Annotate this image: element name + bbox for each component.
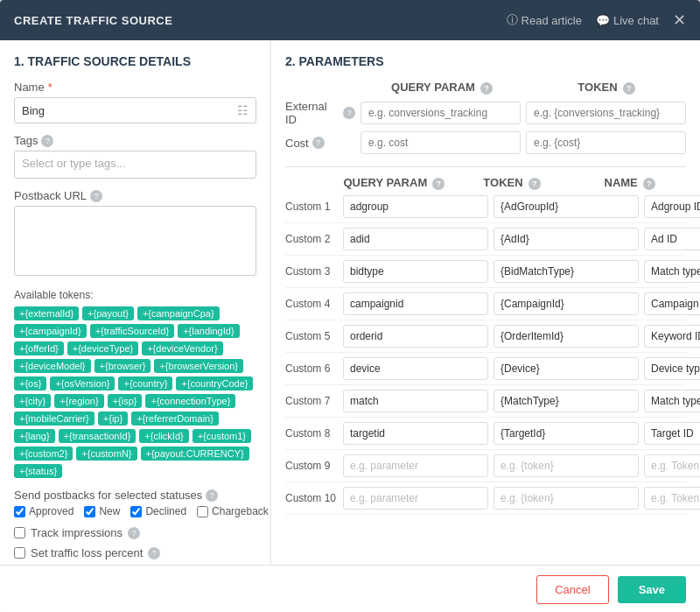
custom-token-input[interactable]	[494, 325, 639, 348]
token-badge[interactable]: +{browser}	[94, 359, 151, 373]
custom-name-input[interactable]	[644, 454, 700, 477]
token-badge[interactable]: +{countryCode}	[176, 376, 253, 390]
token-badge[interactable]: +{country}	[118, 376, 172, 390]
track-impressions-help-icon[interactable]: ?	[128, 527, 140, 539]
custom-token-input[interactable]	[494, 390, 639, 412]
custom-token-input[interactable]	[494, 292, 639, 315]
custom-qp-input[interactable]	[343, 357, 488, 380]
cancel-button[interactable]: Cancel	[536, 575, 608, 604]
custom-name-input[interactable]	[644, 422, 700, 445]
postback-url-label: Postback URL ?	[14, 189, 256, 202]
tokens-list: +{externalId}+{payout}+{campaignCpa}+{ca…	[14, 306, 256, 478]
close-button[interactable]: ✕	[673, 11, 686, 30]
external-id-token-input[interactable]	[526, 102, 686, 124]
token-badge[interactable]: +{deviceModel}	[14, 359, 91, 373]
token-badge[interactable]: +{deviceVendor}	[142, 341, 222, 355]
token-badge[interactable]: +{payout.CURRENCY}	[141, 447, 249, 461]
status-chargeback[interactable]: Chargeback	[197, 505, 269, 517]
qp-top-help-icon[interactable]: ?	[480, 82, 493, 95]
tags-input[interactable]: Select or type tags...	[14, 151, 256, 179]
custom-token-help-icon[interactable]: ?	[528, 178, 541, 190]
token-badge[interactable]: +{connectionType}	[145, 394, 235, 408]
token-badge[interactable]: +{customN}	[76, 447, 136, 461]
token-badge[interactable]: +{mobileCarrier}	[14, 412, 94, 426]
token-badge[interactable]: +{campaignId}	[14, 324, 87, 338]
token-badge[interactable]: +{osVersion}	[50, 376, 115, 390]
status-new[interactable]: New	[84, 505, 120, 517]
custom-params-header: QUERY PARAM ? TOKEN ? NAME ?	[285, 176, 686, 190]
token-badge[interactable]: +{landingId}	[178, 324, 239, 338]
custom-row: Custom 10	[285, 487, 686, 515]
custom-name-input[interactable]	[644, 292, 700, 315]
token-badge[interactable]: +{city}	[14, 394, 51, 408]
custom-token-input[interactable]	[494, 228, 639, 250]
custom-token-input[interactable]	[494, 422, 639, 445]
token-badge[interactable]: +{externalId}	[14, 306, 79, 320]
custom-qp-help-icon[interactable]: ?	[432, 178, 444, 190]
available-tokens-label: Available tokens:	[14, 289, 256, 301]
custom-name-input[interactable]	[644, 357, 700, 380]
custom-token-input[interactable]	[494, 454, 639, 477]
custom-token-input[interactable]	[494, 195, 639, 218]
custom-name-input[interactable]	[644, 487, 700, 510]
custom-qp-input[interactable]	[343, 390, 488, 412]
custom-token-input[interactable]	[494, 260, 639, 283]
token-top-help-icon[interactable]: ?	[623, 82, 635, 95]
token-badge[interactable]: +{deviceType}	[67, 341, 138, 355]
custom-qp-input[interactable]	[343, 454, 488, 477]
token-badge[interactable]: +{region}	[54, 394, 103, 408]
token-badge[interactable]: +{campaignCpa}	[137, 306, 220, 320]
token-badge[interactable]: +{isp}	[108, 394, 143, 408]
save-button[interactable]: Save	[618, 576, 686, 603]
custom-name-input[interactable]	[644, 390, 700, 412]
token-badge[interactable]: +{payout}	[82, 306, 134, 320]
external-id-qp-input[interactable]	[360, 102, 521, 124]
token-badge[interactable]: +{browserVersion}	[154, 359, 243, 373]
token-badge[interactable]: +{ip}	[98, 412, 128, 426]
custom-name-input[interactable]	[644, 325, 700, 348]
token-badge[interactable]: +{referrerDomain}	[131, 412, 219, 426]
token-badge[interactable]: +{custom1}	[192, 429, 251, 443]
status-approved[interactable]: Approved	[14, 505, 74, 517]
traffic-loss-checkbox[interactable]	[14, 547, 25, 559]
custom-qp-input[interactable]	[343, 292, 488, 315]
live-chat-link[interactable]: 💬 Live chat	[596, 14, 659, 27]
postback-help-icon[interactable]: ?	[90, 190, 102, 202]
token-badge[interactable]: +{custom2}	[14, 447, 73, 461]
custom-qp-input[interactable]	[343, 325, 488, 348]
modal-footer: Cancel Save	[0, 565, 700, 612]
token-badge[interactable]: +{offerId}	[14, 341, 64, 355]
custom-name-input[interactable]	[644, 260, 700, 283]
create-traffic-source-modal: CREATE TRAFFIC SOURCE ⓘ Read article 💬 L…	[0, 0, 700, 612]
custom-name-input[interactable]	[644, 228, 700, 250]
token-badge[interactable]: +{trafficSourceId}	[90, 324, 175, 338]
custom-token-input[interactable]	[494, 487, 639, 510]
token-badge[interactable]: +{transactionId}	[59, 429, 136, 443]
custom-qp-input[interactable]	[343, 195, 488, 218]
token-badge[interactable]: +{os}	[14, 376, 46, 390]
token-badge[interactable]: +{status}	[14, 464, 62, 478]
custom-qp-input[interactable]	[343, 228, 488, 250]
custom-name-help-icon[interactable]: ?	[643, 178, 655, 190]
tags-help-icon[interactable]: ?	[41, 135, 53, 147]
traffic-loss-help-icon[interactable]: ?	[148, 547, 160, 559]
name-input[interactable]	[22, 104, 237, 117]
custom-qp-input[interactable]	[343, 422, 488, 445]
custom-token-input[interactable]	[494, 357, 639, 380]
postback-url-input[interactable]	[14, 206, 256, 276]
header-actions: ⓘ Read article 💬 Live chat ✕	[507, 11, 686, 30]
postbacks-help-icon[interactable]: ?	[206, 489, 218, 502]
cost-row: Cost ?	[285, 131, 686, 154]
read-article-link[interactable]: ⓘ Read article	[507, 12, 582, 28]
track-impressions-checkbox[interactable]	[14, 527, 25, 538]
token-badge[interactable]: +{lang}	[14, 429, 55, 443]
token-badge[interactable]: +{clickId}	[139, 429, 188, 443]
cost-help-icon[interactable]: ?	[312, 137, 325, 149]
cost-token-input[interactable]	[526, 131, 686, 154]
custom-qp-input[interactable]	[343, 260, 488, 283]
cost-qp-input[interactable]	[360, 131, 521, 154]
custom-name-input[interactable]	[644, 195, 700, 218]
custom-qp-input[interactable]	[343, 487, 488, 510]
external-id-help-icon[interactable]: ?	[343, 107, 355, 119]
status-declined[interactable]: Declined	[130, 505, 186, 517]
